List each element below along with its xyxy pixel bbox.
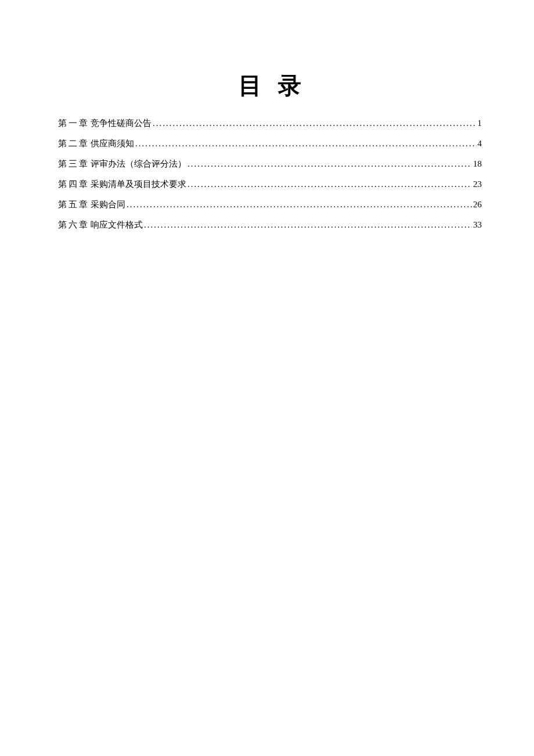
toc-page-number: 4 xyxy=(478,139,482,149)
toc-label: 竞争性磋商公告 xyxy=(91,118,151,129)
toc-entry: 第二章 供应商须知 4 xyxy=(58,138,482,149)
toc-entry: 第一章 竞争性磋商公告 1 xyxy=(58,118,482,129)
toc-label: 评审办法（综合评分法） xyxy=(91,159,186,170)
document-page: 目录 第一章 竞争性磋商公告 1 第二章 供应商须知 4 第三章 评审办法（综合… xyxy=(0,0,534,231)
toc-label: 采购合同 xyxy=(91,199,125,210)
toc-entry: 第六章 响应文件格式 33 xyxy=(58,219,482,231)
toc-entry: 第四章 采购清单及项目技术要求 23 xyxy=(58,179,482,190)
toc-chapter: 第四章 xyxy=(58,179,89,190)
toc-dots xyxy=(187,179,472,189)
toc-title: 目录 xyxy=(58,70,482,102)
toc-entry: 第三章 评审办法（综合评分法） 18 xyxy=(58,159,482,170)
toc-chapter: 第三章 xyxy=(58,159,89,170)
toc-label: 供应商须知 xyxy=(91,138,134,149)
toc-label: 采购清单及项目技术要求 xyxy=(91,179,186,190)
toc-dots xyxy=(153,118,477,128)
table-of-contents: 第一章 竞争性磋商公告 1 第二章 供应商须知 4 第三章 评审办法（综合评分法… xyxy=(58,118,482,231)
toc-page-number: 26 xyxy=(473,200,482,210)
toc-chapter: 第六章 xyxy=(58,219,89,231)
toc-page-number: 23 xyxy=(473,179,482,189)
toc-chapter: 第五章 xyxy=(58,199,89,210)
toc-dots xyxy=(187,159,472,169)
toc-dots xyxy=(127,200,472,210)
toc-chapter: 第二章 xyxy=(58,138,89,149)
toc-dots xyxy=(135,139,477,149)
toc-chapter: 第一章 xyxy=(58,118,89,129)
toc-dots xyxy=(144,220,472,230)
toc-page-number: 18 xyxy=(473,159,482,169)
toc-page-number: 1 xyxy=(478,118,482,128)
toc-label: 响应文件格式 xyxy=(91,219,143,231)
toc-entry: 第五章 采购合同 26 xyxy=(58,199,482,210)
toc-page-number: 33 xyxy=(473,220,482,230)
